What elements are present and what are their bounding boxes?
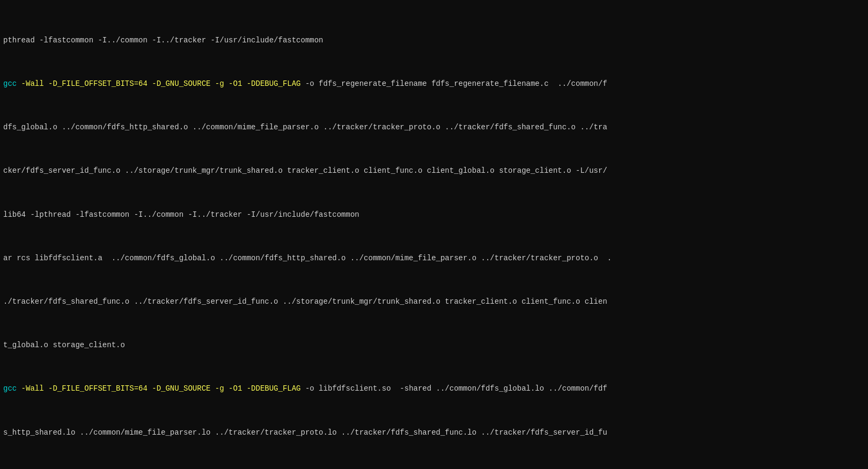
terminal-line: ar rcs libfdfsclient.a ../common/fdfs_gl… bbox=[3, 253, 865, 263]
terminal-line: ./tracker/fdfs_shared_func.o ../tracker/… bbox=[3, 296, 865, 307]
terminal-line: gcc -Wall -D_FILE_OFFSET_BITS=64 -D_GNU_… bbox=[3, 383, 865, 394]
terminal-line: pthread -lfastcommon -I../common -I../tr… bbox=[3, 35, 865, 46]
terminal-line: cker/fdfs_server_id_func.o ../storage/tr… bbox=[3, 165, 865, 176]
terminal-line: s_http_shared.lo ../common/mime_file_par… bbox=[3, 427, 865, 438]
terminal-line: dfs_global.o ../common/fdfs_http_shared.… bbox=[3, 122, 865, 133]
terminal-line: lib64 -lpthread -lfastcommon -I../common… bbox=[3, 209, 865, 220]
terminal-line: t_global.o storage_client.o bbox=[3, 340, 865, 350]
terminal-window: pthread -lfastcommon -I../common -I../tr… bbox=[0, 0, 868, 469]
terminal-line: gcc -Wall -D_FILE_OFFSET_BITS=64 -D_GNU_… bbox=[3, 78, 865, 89]
